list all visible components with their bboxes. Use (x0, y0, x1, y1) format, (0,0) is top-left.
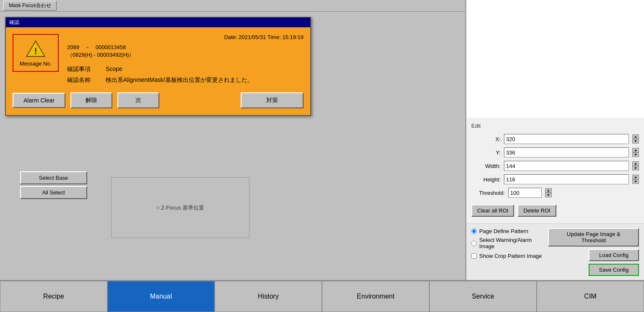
x-field-row: X: ▲ ▼ (471, 134, 639, 144)
threshold-input[interactable] (508, 188, 542, 198)
load-config-button[interactable]: Load Config (589, 249, 639, 261)
threshold-spinner: ▲ ▼ (545, 188, 552, 197)
top-bar: Mask Focus合わせ (0, 0, 465, 12)
all-select-button[interactable]: All Select (20, 186, 87, 199)
checkbox-row: Show Crop Pattern Image (471, 253, 548, 259)
radio2-row: Select Warning/Alarm Image (471, 237, 548, 249)
show-crop-label: Show Crop Pattern Image (479, 253, 542, 259)
x-label: X: (471, 136, 501, 142)
warning-icon-box: ! Message No. (13, 34, 59, 72)
y-decrement[interactable]: ▼ (632, 152, 639, 157)
x-increment[interactable]: ▲ (632, 134, 639, 139)
dialog-datetime: Date: 2021/05/31 Time: 15:19:19 (67, 34, 304, 40)
y-input[interactable] (504, 147, 629, 157)
threshold-label: Threshold: (471, 190, 505, 196)
radio2-label: Select Warning/Alarm Image (479, 237, 548, 249)
dialog-title: 確認 (9, 19, 19, 26)
save-config-button[interactable]: Save Config (589, 264, 639, 276)
radio-group: Page Define Pattern Select Warning/Alarm… (471, 228, 548, 249)
radio-select-warning[interactable] (471, 241, 477, 246)
dialog-overlay: 確認 ! Message No. (5, 17, 311, 116)
threshold-field-row: Threshold: ▲ ▼ (471, 188, 639, 198)
radio1-row: Page Define Pattern (471, 228, 548, 234)
roi-buttons: Clear all ROI Delete ROI (471, 205, 639, 217)
dialog-buttons: Alarm Clear 解除 次 対策 (13, 92, 304, 108)
right-panel: Edit X: ▲ ▼ Y: ▲ ▼ (465, 0, 644, 280)
kaijo-button[interactable]: 解除 (70, 92, 112, 108)
clear-all-roi-button[interactable]: Clear all ROI (471, 205, 514, 217)
width-increment[interactable]: ▲ (632, 161, 639, 166)
width-input[interactable] (504, 161, 629, 171)
nav-cim-button[interactable]: CIM (537, 281, 644, 312)
dialog-info: Date: 2021/05/31 Time: 15:19:19 2089 － 0… (67, 34, 304, 84)
nav-history-button[interactable]: History (215, 281, 322, 312)
width-label: Width: (471, 163, 501, 169)
threshold-decrement[interactable]: ▼ (545, 193, 552, 197)
bottom-nav: Recipe Manual History Environment Servic… (0, 280, 644, 312)
y-spinner: ▲ ▼ (632, 148, 639, 157)
image-area (466, 0, 644, 118)
dialog-fields: 確認事項 Scope 確認名称 検出系AlignmentMask/基板検出位置が… (67, 66, 304, 84)
height-spinner: ▲ ▼ (632, 175, 639, 184)
confirmation-dialog: 確認 ! Message No. (5, 17, 311, 116)
alarm-clear-button[interactable]: Alarm Clear (13, 93, 65, 108)
height-decrement[interactable]: ▼ (632, 179, 639, 184)
nav-manual-button[interactable]: Manual (107, 281, 215, 312)
edit-area: Edit X: ▲ ▼ Y: ▲ ▼ (466, 118, 644, 223)
nav-service-button[interactable]: Service (429, 281, 537, 312)
warning-triangle-icon: ! (25, 39, 46, 58)
field2-label: 確認名称 (67, 76, 101, 84)
zfocus-box: ○ Z-Focus 基準位置 (111, 177, 249, 238)
x-spinner: ▲ ▼ (632, 134, 639, 144)
nav-recipe-button[interactable]: Recipe (0, 281, 107, 312)
show-crop-checkbox[interactable] (471, 253, 477, 259)
width-spinner: ▲ ▼ (632, 161, 639, 170)
svg-text:!: ! (34, 46, 37, 56)
nav-environment-button[interactable]: Environment (322, 281, 429, 312)
edit-title: Edit (471, 123, 639, 129)
field2-value: 検出系AlignmentMask/基板検出位置が変更されました。 (106, 76, 304, 84)
right-bottom: Page Define Pattern Select Warning/Alarm… (466, 223, 644, 280)
msg-no-label: Message No. (20, 60, 52, 67)
y-label: Y: (471, 149, 501, 156)
height-increment[interactable]: ▲ (632, 175, 639, 179)
threshold-increment[interactable]: ▲ (545, 188, 552, 193)
delete-roi-button[interactable]: Delete ROI (517, 205, 556, 217)
select-base-button[interactable]: Select Base (20, 171, 87, 184)
tsugi-button[interactable]: 次 (117, 92, 159, 108)
mask-focus-btn[interactable]: Mask Focus合わせ (3, 1, 57, 10)
width-field-row: Width: ▲ ▼ (471, 161, 639, 171)
bottom-buttons: Update Page Image & Threshold Load Confi… (548, 228, 639, 276)
zfocus-label: ○ Z-Focus 基準位置 (156, 204, 205, 212)
y-increment[interactable]: ▲ (632, 148, 639, 152)
radio-page-define[interactable] (471, 228, 477, 234)
x-decrement[interactable]: ▼ (632, 139, 639, 144)
x-input[interactable] (504, 134, 629, 144)
field1-label: 確認事項 (67, 66, 101, 73)
update-page-image-button[interactable]: Update Page Image & Threshold (548, 228, 639, 246)
taisaku-button[interactable]: 対策 (241, 92, 304, 108)
radio1-label: Page Define Pattern (479, 228, 528, 234)
height-input[interactable] (504, 174, 629, 184)
height-label: Height: (471, 176, 501, 183)
field1-value: Scope (106, 66, 304, 73)
width-decrement[interactable]: ▼ (632, 166, 639, 170)
dialog-msgno: 2089 － 0000013458 （0829(H) - 00003492(H)… (67, 44, 304, 59)
height-field-row: Height: ▲ ▼ (471, 174, 639, 184)
y-field-row: Y: ▲ ▼ (471, 147, 639, 157)
dialog-titlebar: 確認 (6, 18, 310, 27)
